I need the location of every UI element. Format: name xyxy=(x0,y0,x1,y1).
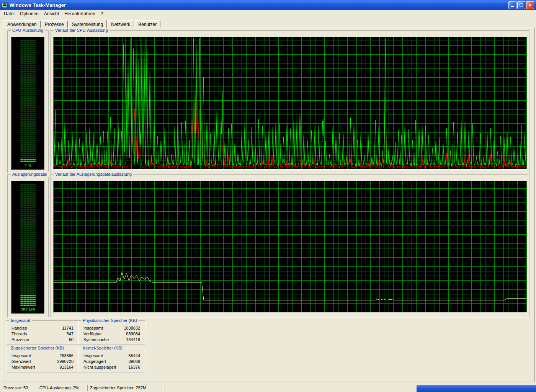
stat-label: Threads xyxy=(11,331,27,337)
cpu-usage-value: 2 % xyxy=(25,162,32,170)
stat-row: Insgesamt 1038832 xyxy=(78,325,145,331)
minimize-button[interactable] xyxy=(508,1,516,9)
stat-label: Nicht ausgelagert xyxy=(83,364,116,370)
totals-group: Insgesamt Handles 11741 Threads 547 Proz… xyxy=(6,320,78,345)
stat-label: Handles xyxy=(11,325,27,331)
stat-row: Nicht ausgelagert 16376 xyxy=(78,364,145,370)
stat-value: 913164 xyxy=(59,364,74,370)
tab-netzwerk[interactable]: Netzwerk xyxy=(107,20,134,28)
commit-charge-rows: Insgesamt 263696 Grenzwert 2990720 Maxim… xyxy=(6,353,78,370)
tab-systemleistung[interactable]: Systemleistung xyxy=(68,20,107,28)
stat-label: Insgesamt xyxy=(83,353,103,359)
window-controls: × xyxy=(508,1,534,9)
stat-label: Maximalwert xyxy=(11,364,35,370)
stat-row: Grenzwert 2990720 xyxy=(6,359,78,364)
close-icon: × xyxy=(529,2,532,8)
totals-group-label: Insgesamt xyxy=(9,318,32,323)
stat-value: 2990720 xyxy=(57,359,74,364)
stat-value: 50 xyxy=(69,337,74,343)
close-button[interactable]: × xyxy=(526,1,534,9)
stat-label: Grenzwert xyxy=(11,359,31,364)
pagefile-history-group: Verlauf der Auslagerungsdateiauslastung xyxy=(50,174,529,317)
menu-herunterfahren[interactable]: Herunterfahren xyxy=(62,10,98,18)
stat-value: 55444 xyxy=(128,353,140,359)
stat-value: 164416 xyxy=(126,337,140,343)
stat-row: Maximalwert 913164 xyxy=(6,364,78,370)
menu-ansicht[interactable]: Ansicht xyxy=(41,10,62,18)
status-processes: Prozesse: 50 xyxy=(1,385,36,391)
cpu-gauge-column xyxy=(20,40,36,162)
tab-content-systemleistung: CPU-Auslastung 2 % Verlauf der CPU-Ausla… xyxy=(2,28,534,382)
tab-strip: Anwendungen Prozesse Systemleistung Netz… xyxy=(3,19,161,28)
cpu-gauge-group: CPU-Auslastung 2 % xyxy=(7,30,49,173)
stat-value: 263696 xyxy=(59,353,74,359)
physical-memory-group: Physikalischer Speicher (KB) Insgesamt 1… xyxy=(78,320,145,345)
stat-value: 689084 xyxy=(126,331,140,337)
pagefile-gauge-lit-segments xyxy=(20,295,36,306)
cpu-history-canvas xyxy=(54,37,527,169)
physical-memory-group-label: Physikalischer Speicher (KB) xyxy=(81,318,139,323)
stat-label: Insgesamt xyxy=(11,353,31,359)
commit-charge-group: Zugesicherter Speicher (KB) Insgesamt 26… xyxy=(6,348,78,372)
pagefile-gauge: 257 MB xyxy=(11,181,45,314)
cpu-history-group: Verlauf der CPU-Auslastung xyxy=(50,30,529,173)
pagefile-history-graph xyxy=(53,181,527,313)
pagefile-history-group-label: Verlauf der Auslagerungsdateiauslastung xyxy=(54,172,133,177)
stat-value: 11741 xyxy=(62,325,74,331)
stat-value: 547 xyxy=(67,331,74,337)
status-commit-charge: Zugesicherter Speicher: 257M xyxy=(87,385,164,391)
physical-memory-rows: Insgesamt 1038832 Verfügbar 689084 Syste… xyxy=(78,325,145,343)
stat-label: Insgesamt xyxy=(83,325,103,331)
cpu-gauge-group-label: CPU-Auslastung xyxy=(11,28,45,33)
title-bar[interactable]: Windows Task-Manager × xyxy=(0,0,536,10)
pagefile-gauge-group-label: Auslagerungsdatei xyxy=(11,172,49,177)
stat-label: Systemcache xyxy=(83,337,109,343)
menu-bar: Datei Optionen Ansicht Herunterfahren ? xyxy=(0,10,536,18)
stat-row: Handles 11741 xyxy=(6,325,78,331)
tab-benutzer[interactable]: Benutzer xyxy=(134,20,160,28)
maximize-icon xyxy=(520,3,523,7)
stat-row: Verfügbar 689084 xyxy=(78,331,145,337)
cpu-history-graph xyxy=(53,37,527,170)
stat-row: Prozesse 50 xyxy=(6,337,78,343)
stat-value: 39068 xyxy=(128,359,140,364)
stat-row: Insgesamt 263696 xyxy=(6,353,78,359)
stat-value: 1038832 xyxy=(124,325,140,331)
status-cpu-usage: CPU-Auslastung: 2% xyxy=(37,385,87,391)
stat-row: Systemcache 164416 xyxy=(78,337,145,343)
totals-rows: Handles 11741 Threads 547 Prozesse 50 xyxy=(6,325,78,343)
minimize-icon xyxy=(511,6,514,7)
menu-hilfe[interactable]: ? xyxy=(98,10,106,18)
cpu-gauge: 2 % xyxy=(11,37,45,170)
tab-anwendungen[interactable]: Anwendungen xyxy=(3,20,41,28)
pagefile-gauge-group: Auslagerungsdatei 257 MB xyxy=(7,174,49,317)
window-title: Windows Task-Manager xyxy=(10,2,508,8)
menu-datei[interactable]: Datei xyxy=(1,10,17,18)
pagefile-gauge-column xyxy=(20,184,36,306)
stat-label: Ausgelagert xyxy=(83,359,106,364)
stat-label: Verfügbar xyxy=(83,331,102,337)
stat-label: Prozesse xyxy=(11,337,29,343)
menu-optionen[interactable]: Optionen xyxy=(17,10,41,18)
stat-row: Ausgelagert 39068 xyxy=(78,359,145,364)
kernel-memory-rows: Insgesamt 55444 Ausgelagert 39068 Nicht … xyxy=(78,353,145,370)
app-icon xyxy=(2,2,8,8)
cpu-gauge-lit-segments xyxy=(20,159,36,162)
cpu-history-group-label: Verlauf der CPU-Auslastung xyxy=(54,28,109,33)
stat-value: 16376 xyxy=(128,364,140,370)
kernel-memory-group: Kernel-Speicher (KB) Insgesamt 55444 Aus… xyxy=(78,348,145,372)
kernel-memory-group-label: Kernel-Speicher (KB) xyxy=(81,345,124,351)
task-manager-window: Windows Task-Manager × Datei Optionen An… xyxy=(0,0,536,392)
stat-row: Insgesamt 55444 xyxy=(78,353,145,359)
pagefile-usage-value: 257 MB xyxy=(21,306,35,314)
commit-charge-group-label: Zugesicherter Speicher (KB) xyxy=(9,345,65,351)
stat-row: Threads 547 xyxy=(6,331,78,337)
tab-prozesse[interactable]: Prozesse xyxy=(41,20,68,28)
maximize-button[interactable] xyxy=(517,1,525,9)
pagefile-history-canvas xyxy=(54,181,527,312)
taskbar-fragment xyxy=(417,385,536,392)
